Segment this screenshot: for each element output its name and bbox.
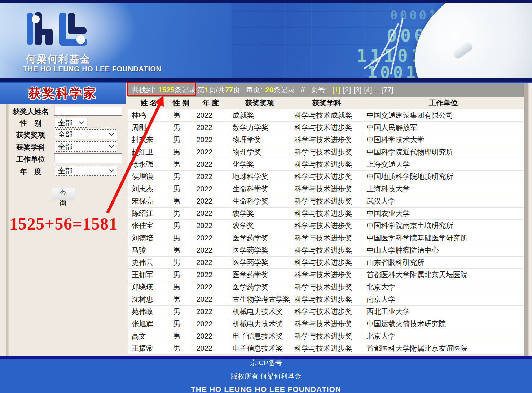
page-link[interactable]: [2]	[343, 86, 351, 94]
table-header-row: 姓 名性 别年 度获奖奖项获奖学科工作单位	[128, 97, 524, 109]
table-cell: 中山大学肿瘤防治中心	[363, 244, 524, 257]
table-cell: 科学与技术进步奖	[291, 122, 363, 134]
table-cell: 科学与技术进步奖	[291, 158, 363, 171]
table-row: 周刚男2022数学力学奖科学与技术进步奖中国人民解放军	[128, 122, 524, 134]
column-header: 获奖学科	[291, 97, 363, 109]
page-link[interactable]: [77]	[381, 86, 393, 94]
table-cell: 宋保亮	[128, 195, 170, 208]
footer: 京ICP备号 版权所有 何梁何利基金 THE HO LEUNG HO LEE F…	[0, 356, 532, 393]
table-row: 刘德培男2022医学药学奖科学与技术进步奖中国医学科学院基础医学研究所	[128, 232, 524, 244]
banner: 000010000111101100101 何梁何利基金 THE HO LEUN…	[0, 3, 532, 78]
table-cell: 科学与技术进步奖	[291, 318, 363, 330]
handwritten-annotation: 1525+56=1581	[9, 214, 118, 233]
per-page-label: 每页:	[246, 85, 263, 95]
footer-foundation-name: THE HO LEUNG HO LEE FOUNDATION	[191, 385, 341, 393]
discipline-select[interactable]: 全部	[55, 141, 117, 152]
table-cell: 科学与技术进步奖	[291, 195, 363, 208]
table-row: 高文男2022电子信息技术奖科学与技术进步奖北京大学	[128, 330, 524, 342]
table-cell: 2022	[193, 171, 229, 183]
award-label: 获奖奖项	[9, 130, 52, 140]
table-cell: 苑伟政	[128, 306, 170, 318]
page-link[interactable]: [4]	[364, 86, 372, 94]
table-cell: 2022	[193, 232, 229, 244]
vertical-scrollbar[interactable]	[524, 83, 529, 356]
table-cell: 男	[170, 146, 193, 158]
per-page-count: 20	[265, 86, 273, 94]
table-row: 侯增谦男2022地球科学奖科学与技术进步奖中国地质科学院地质研究所	[128, 171, 524, 183]
table-cell: 机械电力技术奖	[229, 318, 291, 330]
award-select[interactable]: 全部	[55, 129, 117, 139]
table-cell: 化学奖	[229, 158, 291, 171]
table-cell: 徐永强	[128, 158, 170, 171]
winner-name-input[interactable]	[54, 106, 122, 116]
table-cell: 2022	[193, 318, 229, 330]
table-cell: 医学药学奖	[229, 232, 291, 244]
table-cell: 2022	[193, 183, 229, 195]
results-table-body: 林鸣男2022成就奖科学与技术成就奖中国交通建设集团有限公司周刚男2022数学力…	[128, 109, 524, 355]
table-cell: 中国农业大学	[363, 208, 524, 220]
chevron-down-icon	[109, 145, 114, 148]
table-cell: 男	[170, 183, 193, 195]
page-link[interactable]: [3]	[353, 86, 361, 94]
table-cell: 2022	[193, 122, 229, 134]
table-cell: 中国科学院南京土壤研究所	[363, 220, 524, 232]
table-cell: 封东来	[128, 134, 170, 146]
table-cell: 山东省眼科研究所	[363, 257, 524, 269]
table-cell: 2022	[193, 158, 229, 171]
table-cell: 科学与技术进步奖	[291, 244, 363, 257]
gender-select-value: 全部	[58, 118, 72, 128]
search-button[interactable]: 查 询	[52, 188, 75, 200]
table-cell: 2022	[193, 306, 229, 318]
gender-label: 性 别	[9, 118, 52, 128]
table-cell: 张旭辉	[128, 318, 170, 330]
table-cell: 科学与技术进步奖	[291, 342, 363, 355]
table-cell: 科学与技术成就奖	[291, 109, 363, 122]
gender-select[interactable]: 全部	[55, 118, 87, 128]
table-cell: 刘志杰	[128, 183, 170, 195]
divider-strip	[0, 78, 532, 82]
table-row: 刘志杰男2022生命科学奖科学与技术进步奖上海科技大学	[128, 183, 524, 195]
table-cell: 科学与技术进步奖	[291, 281, 363, 293]
table-row: 马骏男2022医学药学奖科学与技术进步奖中山大学肿瘤防治中心	[128, 244, 524, 257]
table-cell: 男	[170, 342, 193, 355]
page-link[interactable]: [1]	[333, 86, 340, 94]
table-cell: 科学与技术进步奖	[291, 269, 363, 281]
table-cell: 南京大学	[363, 293, 524, 306]
table-cell: 机械电力技术奖	[229, 306, 291, 318]
table-cell: 2022	[193, 257, 229, 269]
table-cell: 科学与技术进步奖	[291, 208, 363, 220]
table-cell: 张佳宝	[128, 220, 170, 232]
work-unit-input[interactable]	[54, 153, 122, 163]
table-cell: 物理学奖	[229, 134, 291, 146]
per-page-suffix: 条记录	[273, 85, 295, 95]
table-row: 王拥军男2022医学药学奖科学与技术进步奖首都医科大学附属北京天坛医院	[128, 269, 524, 281]
table-cell: 北京大学	[363, 330, 524, 342]
foundation-logo-icon	[23, 7, 88, 46]
table-row: 郑晓瑛男2022医学药学奖科学与技术进步奖北京大学	[128, 281, 524, 293]
table-cell: 史伟云	[128, 257, 170, 269]
table-cell: 成就奖	[229, 109, 291, 122]
table-cell: 高文	[128, 330, 170, 342]
table-cell: 电子信息技术奖	[229, 342, 291, 355]
table-cell: 2022	[193, 281, 229, 293]
table-cell: 男	[170, 269, 193, 281]
pagination: [1][2][3][4]...[77]	[330, 86, 393, 94]
table-row: 徐永强男2022化学奖科学与技术进步奖上海交通大学	[128, 158, 524, 171]
table-row: 陈绍江男2022农学奖科学与技术进步奖中国农业大学	[128, 208, 524, 220]
table-cell: 科学与技术进步奖	[291, 134, 363, 146]
table-cell: 农学奖	[229, 220, 291, 232]
sidebar-title: 获奖科学家	[28, 85, 97, 102]
column-header: 工作单位	[363, 97, 524, 109]
table-cell: 男	[170, 281, 193, 293]
year-select[interactable]: 全部	[55, 166, 117, 176]
table-cell: 农学奖	[229, 208, 291, 220]
banner-title-english: THE HO LEUNG HO LEE FOUNDATION	[23, 65, 162, 73]
table-cell: 首都医科大学附属北京天坛医院	[363, 269, 524, 281]
table-cell: 上海科技大学	[363, 183, 524, 195]
pagination-ellipsis: ...	[373, 86, 379, 94]
page-prefix: 第	[197, 85, 205, 95]
table-row: 赵红卫男2022物理学奖科学与技术进步奖中国科学院近代物理研究所	[128, 146, 524, 158]
page-no-label: 页号:	[311, 85, 327, 95]
table-cell: 科学与技术进步奖	[291, 330, 363, 342]
table-cell: 男	[170, 195, 193, 208]
